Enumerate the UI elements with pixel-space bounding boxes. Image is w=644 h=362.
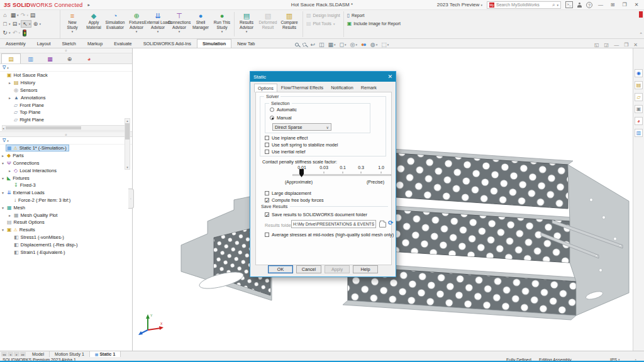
apply-button[interactable]: Apply xyxy=(325,265,350,273)
sim-item-stress1[interactable]: ◧ ⚠ Stress1 (-vonMises-) xyxy=(0,234,132,241)
cancel-button[interactable]: Cancel xyxy=(296,265,321,273)
static-1-tab[interactable]: ▦ Static 1 xyxy=(90,351,121,357)
print-icon[interactable]: ⊟▾ xyxy=(11,21,21,27)
dropdown-caret-icon[interactable]: ▾ xyxy=(221,30,223,33)
simulation-evaluator-button[interactable]: ◔ Simulation Evaluator ▾ xyxy=(104,11,126,38)
options-gear-icon[interactable]: ⊛▾ xyxy=(32,21,42,27)
version-selector[interactable]: 2023 Tech Preview ▾ xyxy=(437,2,482,8)
results-advisor-button[interactable]: ▤ Results Advisor ▾ xyxy=(236,11,257,38)
checkbox-icon[interactable] xyxy=(265,150,269,154)
search-options-caret-icon[interactable]: ▾ xyxy=(557,3,558,7)
sim-item-fixed-3[interactable]: ↧ ⚠ Fixed-3 xyxy=(0,182,132,189)
refresh-sync-icon[interactable]: ⟳ xyxy=(388,219,393,226)
dropdown-caret-icon[interactable]: ▾ xyxy=(246,30,248,33)
sim-item-results[interactable]: ▾ ▣ ⚠ Results xyxy=(0,226,132,234)
dropdown-caret-icon[interactable]: ▾ xyxy=(179,30,180,33)
compare-results-button[interactable]: ▥ Compare Results ▾ xyxy=(279,11,300,38)
tree-item-sensors[interactable]: ◎ ⚠ Sensors xyxy=(0,87,132,94)
redo-icon[interactable]: ↷▾ xyxy=(19,12,29,18)
file-explorer-icon[interactable]: ▱ xyxy=(635,93,643,101)
sim-item-fixtures[interactable]: ▾ ◣ ⚠ Fixtures xyxy=(0,174,132,182)
view-orientation-icon[interactable]: ▦▾ xyxy=(328,41,336,48)
checkbox-icon[interactable] xyxy=(265,136,269,140)
sim-item-mesh[interactable]: ▾ ▦ ⚠ Mesh xyxy=(0,204,132,211)
expander-icon[interactable]: ▸ xyxy=(7,168,13,173)
run-this-study-button[interactable]: ● Run This Study ▾ xyxy=(211,11,233,38)
panel-collapse-handle[interactable]: ◦ xyxy=(128,189,134,209)
tree-splitter[interactable]: o xyxy=(0,131,132,137)
dialog-title-bar[interactable]: Static ✕ xyxy=(250,72,396,82)
sim-item-external-loads[interactable]: ▾ ⇊ ⚠ External Loads xyxy=(0,189,132,197)
tree-filter[interactable]: ∇▾ xyxy=(0,64,132,72)
edit-appearance-icon[interactable]: ●● xyxy=(361,41,367,48)
tree-item-history[interactable]: ▸ ▤ ⚠ History xyxy=(0,79,132,87)
soft-spring-checkbox[interactable]: Use soft spring to stabilize model xyxy=(265,142,338,148)
plot-tools-button[interactable]: ▤ Plot Tools ▾ xyxy=(306,21,340,26)
rebuild-icon[interactable]: ↻▾ xyxy=(1,30,11,36)
displaymanager-tab[interactable]: ◕ xyxy=(79,53,99,63)
sim-item-connections[interactable]: ▾ Ψ ⚠ Connections xyxy=(0,160,132,167)
average-stresses-checkbox[interactable]: Average stresses at mid-nodes (high-qual… xyxy=(265,232,394,238)
undo-icon[interactable]: ↶▾ xyxy=(11,30,21,36)
deformed-result-button[interactable]: ▧ Deformed Result ▾ xyxy=(257,11,279,38)
doc-close-button[interactable]: ✕ xyxy=(633,42,638,48)
panel-grip[interactable]: o xyxy=(0,48,132,53)
search-input[interactable]: My Search MySolidWorks ⌕ ▾ xyxy=(487,1,561,9)
inertial-relief-checkbox[interactable]: Use inertial relief xyxy=(265,149,306,155)
design-insight-button[interactable]: ▧ Design Insight ▾ xyxy=(306,13,340,18)
tab-evaluate[interactable]: Evaluate xyxy=(108,39,137,48)
save-results-checkbox[interactable]: Save results to SOLIDWORKS document fold… xyxy=(265,212,367,217)
tree-item-annotations[interactable]: ▸ ▲ ⚠ Annotations xyxy=(0,94,132,101)
sim-item-local-interactions[interactable]: ▸ ◇ ⚠ Local Interactions xyxy=(0,167,132,174)
expander-icon[interactable]: ▸ xyxy=(7,213,13,217)
custom-properties-icon[interactable]: ▥ xyxy=(635,129,643,137)
doc-restore-button[interactable]: ❐ xyxy=(624,42,628,48)
radio-icon[interactable] xyxy=(270,116,274,120)
results-folder-input[interactable]: H:\My Drive\PRESENTATIONS & EVENTS\3 xyxy=(291,220,376,228)
previous-view-icon[interactable]: ↩ xyxy=(310,41,315,48)
minimize-button[interactable]: — xyxy=(597,2,604,8)
expander-icon[interactable]: ▾ xyxy=(0,190,6,195)
tab-markup[interactable]: Markup xyxy=(82,39,108,48)
dialog-tab-flow-thermal[interactable]: Flow/Thermal Effects xyxy=(277,83,327,92)
expander-icon[interactable]: ▾ xyxy=(0,161,6,165)
hide-show-items-icon[interactable]: ◎▾ xyxy=(350,41,357,48)
tab-simulation[interactable]: Simulation xyxy=(197,39,231,48)
checkbox-icon[interactable] xyxy=(265,143,269,147)
apply-scene-icon[interactable]: ◍▾ xyxy=(370,41,377,48)
apply-material-button[interactable]: ◆ Apply Material ▾ xyxy=(83,11,104,38)
solidworks-resources-icon[interactable]: ◉ xyxy=(635,69,643,77)
sim-item-force-2[interactable]: ↓ ⚠ Force-2 (:Per item: 3 lbf:) xyxy=(0,197,132,204)
propertymanager-tab[interactable]: ▥ xyxy=(21,53,40,63)
save-icon[interactable]: ▦▾ xyxy=(9,12,19,18)
help-button[interactable]: Help xyxy=(353,265,378,273)
motion-study-1-tab[interactable]: ▦ Motion Study 1 xyxy=(50,351,90,357)
user-account-icon[interactable] xyxy=(577,3,582,8)
checkbox-icon[interactable] xyxy=(265,198,269,202)
help-icon[interactable]: ? xyxy=(586,2,592,8)
sim-item-strain1[interactable]: ◧ ⚠ Strain1 (-Equivalent-) xyxy=(0,248,132,256)
first-tab-button[interactable]: ◂◂ xyxy=(1,352,7,356)
sim-item-parts[interactable]: ▸ ◆ ⚠ Parts xyxy=(0,152,132,160)
checkbox-icon[interactable] xyxy=(265,212,269,217)
manual-radio[interactable]: Manual xyxy=(270,115,292,121)
restore-button[interactable]: ❐ xyxy=(621,2,628,8)
tab-layout[interactable]: Layout xyxy=(31,39,57,48)
zoom-to-area-icon[interactable] xyxy=(303,43,306,47)
compute-free-body-forces-checkbox[interactable]: Compute free body forces xyxy=(265,197,324,203)
design-library-icon[interactable]: ▤ xyxy=(635,81,643,89)
properties-icon[interactable]: ▤▾ xyxy=(29,12,36,18)
tree-item-root[interactable]: ▣ ⚠ Hot Sauce Rack xyxy=(0,72,132,79)
stiffness-slider-track[interactable] xyxy=(292,174,391,176)
expander-icon[interactable]: ▸ xyxy=(7,96,13,100)
tab-sketch[interactable]: Sketch xyxy=(57,39,82,48)
new-window-icon[interactable]: ◱ xyxy=(594,42,599,48)
radio-icon[interactable] xyxy=(270,107,274,112)
automatic-radio[interactable]: Automatic xyxy=(270,107,297,112)
dropdown-caret-icon[interactable]: ▾ xyxy=(136,30,138,33)
feature-tree-horizontal-scrollbar[interactable]: ◂▸ xyxy=(2,125,130,131)
titlebar-expand-icon[interactable]: ▸ xyxy=(88,3,91,8)
large-displacement-checkbox[interactable]: Large displacement xyxy=(265,190,311,196)
home-icon[interactable]: ⌂▾ xyxy=(1,12,9,18)
configurationmanager-tab[interactable]: ▦ xyxy=(40,53,60,63)
